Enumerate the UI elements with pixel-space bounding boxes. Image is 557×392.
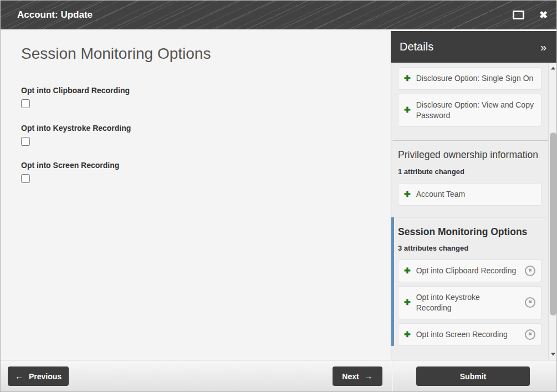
window-title: Account: Update — [17, 9, 93, 21]
screen-recording-label: Opt into Screen Recording — [21, 160, 243, 171]
field-clipboard-recording: Opt into Clipboard Recording — [21, 85, 243, 108]
page-title: Session Monitoring Options — [21, 45, 211, 63]
field-screen-recording: Opt into Screen Recording — [21, 160, 243, 183]
plus-icon: ✚ — [404, 73, 411, 84]
chip-label: Disclosure Option: View and Copy Passwor… — [416, 100, 535, 121]
details-section-session-monitoring: Session Monitoring Options 3 attributes … — [391, 217, 548, 346]
details-title: Details — [400, 40, 433, 53]
keystroke-recording-checkbox[interactable] — [21, 137, 30, 146]
chip-label: Disclosure Option: Single Sign On — [416, 73, 535, 84]
clipboard-recording-checkbox[interactable] — [21, 99, 30, 108]
chip-opt-into-screen-recording[interactable]: ✚ Opt into Screen Recording ✖ — [398, 323, 541, 346]
section-heading: Session Monitoring Options — [398, 226, 541, 238]
close-icon[interactable]: ✖ — [539, 10, 548, 20]
previous-button[interactable]: ← Previous — [8, 366, 69, 386]
plus-icon: ✚ — [404, 297, 411, 308]
chip-label: Opt into Clipboard Recording — [416, 266, 517, 276]
details-section-privileged-ownership: Privileged ownership information 1 attri… — [391, 141, 548, 217]
submit-button[interactable]: Submit — [416, 366, 530, 386]
next-button-label: Next — [342, 372, 359, 381]
remove-icon[interactable]: ✖ — [525, 297, 535, 308]
details-section-disclosure-options: ✚ Disclosure Option: Single Sign On ✚ Di… — [391, 63, 548, 141]
right-arrow-icon: → — [364, 372, 373, 381]
window-controls: ✖ — [513, 1, 548, 29]
submit-button-label: Submit — [460, 372, 486, 381]
details-panel: Details » ✚ Disclosure Option: Single Si… — [391, 31, 557, 360]
account-update-window: { "window": { "title": "Account: Update"… — [0, 0, 557, 392]
screen-recording-checkbox[interactable] — [21, 174, 30, 183]
left-arrow-icon: ← — [15, 372, 24, 381]
changed-summary: 3 attributes changed — [398, 244, 541, 252]
titlebar: Account: Update ✖ — [1, 1, 556, 29]
chip-label: Opt into Screen Recording — [416, 329, 517, 340]
scrollbar-thumb[interactable] — [550, 133, 556, 315]
remove-icon[interactable]: ✖ — [525, 266, 535, 276]
plus-icon: ✚ — [404, 105, 411, 115]
chip-opt-into-clipboard-recording[interactable]: ✚ Opt into Clipboard Recording ✖ — [398, 259, 541, 282]
chip-disclosure-view-copy-password[interactable]: ✚ Disclosure Option: View and Copy Passw… — [398, 94, 541, 127]
collapse-chevron-icon[interactable]: » — [540, 42, 546, 53]
details-scroll-area: ✚ Disclosure Option: Single Sign On ✚ Di… — [391, 63, 548, 360]
previous-button-label: Previous — [29, 372, 62, 381]
chip-account-team[interactable]: ✚ Account Team — [398, 183, 541, 206]
maximize-icon[interactable] — [513, 11, 524, 19]
field-keystroke-recording: Opt into Keystroke Recording — [21, 123, 243, 146]
clipboard-recording-label: Opt into Clipboard Recording — [21, 85, 243, 96]
plus-icon: ✚ — [404, 329, 411, 340]
plus-icon: ✚ — [404, 266, 411, 276]
details-body: ✚ Disclosure Option: Single Sign On ✚ Di… — [391, 63, 557, 360]
changed-summary: 1 attribute changed — [398, 167, 541, 176]
scrollbar-up-icon[interactable] — [549, 64, 557, 73]
section-heading: Privileged ownership information — [398, 149, 541, 161]
footer-divider — [392, 360, 392, 392]
remove-icon[interactable]: ✖ — [525, 329, 535, 340]
next-button[interactable]: Next → — [333, 366, 382, 386]
keystroke-recording-label: Opt into Keystroke Recording — [21, 123, 243, 134]
plus-icon: ✚ — [404, 189, 411, 200]
details-scrollbar[interactable] — [548, 63, 557, 360]
chip-opt-into-keystroke-recording[interactable]: ✚ Opt into Keystroke Recording ✖ — [398, 286, 541, 319]
chip-label: Account Team — [416, 189, 535, 200]
details-panel-header: Details » — [391, 31, 557, 63]
chip-label: Opt into Keystroke Recording — [416, 292, 517, 313]
chip-disclosure-single-sign-on[interactable]: ✚ Disclosure Option: Single Sign On — [398, 67, 541, 90]
footer-bar: ← Previous Next → Submit — [1, 360, 556, 392]
scrollbar-down-icon[interactable] — [549, 350, 557, 359]
